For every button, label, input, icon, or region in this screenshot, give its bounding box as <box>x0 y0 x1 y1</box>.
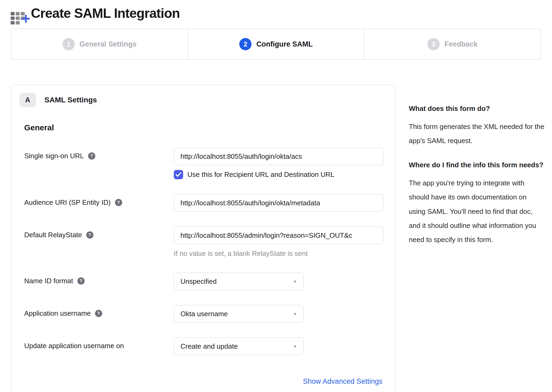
step-3-label: Feedback <box>444 40 478 48</box>
page-title: Create SAML Integration <box>31 6 180 21</box>
name-id-format-value: Unspecified <box>180 277 217 286</box>
application-username-row: Application username ? Okta username ▼ <box>24 305 382 323</box>
relay-state-hint: If no value is set, a blank RelayState i… <box>174 249 384 258</box>
chevron-down-icon: ▼ <box>293 344 297 349</box>
help-sidebar: What does this form do? This form genera… <box>409 85 545 259</box>
wizard-step-bar: 1 General Settings 2 Configure SAML 3 Fe… <box>11 29 541 60</box>
card-body: General Single sign-on URL ? Us <box>19 123 382 355</box>
sidebar-body-where: The app you're trying to integrate with … <box>409 176 545 247</box>
recipient-url-checkbox[interactable] <box>174 170 183 179</box>
sso-url-row: Single sign-on URL ? Use this for Recipi… <box>24 148 382 179</box>
relay-state-input[interactable] <box>174 227 384 244</box>
saml-settings-card: A SAML Settings General Single sign-on U… <box>11 85 396 392</box>
plus-icon: + <box>21 11 30 26</box>
update-username-label: Update application username on <box>24 342 124 350</box>
sso-url-input[interactable] <box>174 148 384 165</box>
recipient-url-checkbox-label: Use this for Recipient URL and Destinati… <box>187 170 335 179</box>
audience-uri-row: Audience URI (SP Entity ID) ? <box>24 194 382 212</box>
help-icon[interactable]: ? <box>88 152 95 160</box>
main-content: A SAML Settings General Single sign-on U… <box>11 85 552 392</box>
chevron-down-icon: ▼ <box>293 279 297 284</box>
check-icon <box>176 172 181 177</box>
application-username-select[interactable]: Okta username ▼ <box>174 305 304 323</box>
help-icon[interactable]: ? <box>95 310 102 317</box>
sidebar-heading-where: Where do I find the info this form needs… <box>409 160 545 170</box>
application-username-value: Okta username <box>180 310 228 318</box>
general-section-heading: General <box>24 123 382 132</box>
application-username-label: Application username <box>24 309 91 318</box>
audience-uri-input[interactable] <box>174 194 384 212</box>
relay-state-label: Default RelayState <box>24 231 82 239</box>
help-icon[interactable]: ? <box>86 231 93 239</box>
update-username-select[interactable]: Create and update ▼ <box>174 337 304 355</box>
step-2-label: Configure SAML <box>256 40 312 48</box>
audience-uri-label: Audience URI (SP Entity ID) <box>24 198 111 207</box>
sidebar-body-what: This form generates the XML needed for t… <box>409 120 545 148</box>
help-icon[interactable]: ? <box>77 277 85 285</box>
chevron-down-icon: ▼ <box>293 312 297 316</box>
step-3-circle: 3 <box>427 38 440 50</box>
name-id-format-select[interactable]: Unspecified ▼ <box>174 273 304 290</box>
step-2-circle: 2 <box>239 38 252 50</box>
recipient-url-checkbox-row: Use this for Recipient URL and Destinati… <box>174 170 384 179</box>
page-header: + Create SAML Integration <box>0 0 552 23</box>
step-general-settings[interactable]: 1 General Settings <box>11 29 188 59</box>
step-feedback[interactable]: 3 Feedback <box>364 29 541 59</box>
update-username-value: Create and update <box>180 342 238 351</box>
name-id-format-label: Name ID format <box>24 277 73 285</box>
section-a-badge: A <box>19 93 36 107</box>
sidebar-heading-what: What does this form do? <box>409 104 545 114</box>
step-configure-saml[interactable]: 2 Configure SAML <box>188 29 364 59</box>
step-1-circle: 1 <box>63 38 75 50</box>
name-id-format-row: Name ID format ? Unspecified ▼ <box>24 273 382 290</box>
relay-state-row: Default RelayState ? If no value is set,… <box>24 227 382 258</box>
show-advanced-settings-link[interactable]: Show Advanced Settings <box>303 377 382 386</box>
sso-url-label: Single sign-on URL <box>24 152 84 160</box>
help-icon[interactable]: ? <box>115 199 122 206</box>
step-1-label: General Settings <box>80 40 137 48</box>
card-title: SAML Settings <box>44 96 97 104</box>
create-integration-grid-plus-icon: + <box>10 5 29 22</box>
card-header: A SAML Settings <box>19 93 382 107</box>
update-username-row: Update application username on Create an… <box>24 337 382 355</box>
